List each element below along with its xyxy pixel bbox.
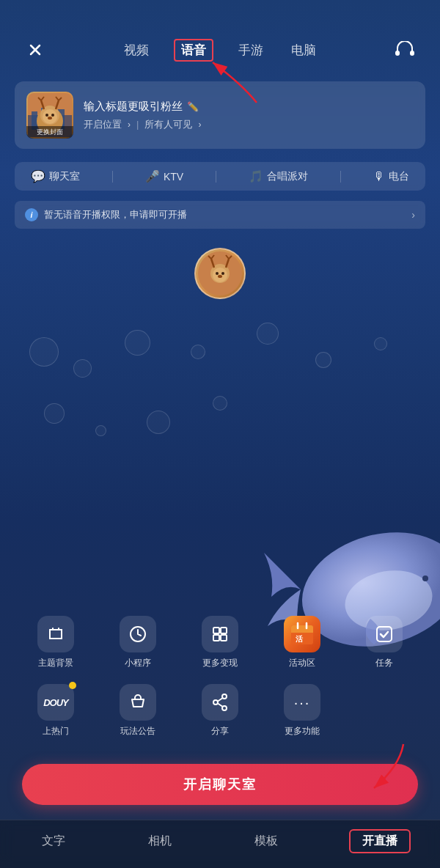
trending-icon-circle: DOUY	[37, 684, 74, 721]
profile-meta: 开启位置 › | 所有人可见 ›	[84, 118, 414, 131]
notice-bar[interactable]: i 暂无语音开播权限，申请即可开播 ›	[15, 201, 425, 229]
visibility-arrow: ›	[198, 119, 201, 130]
svg-point-23	[48, 117, 52, 119]
ktv-icon: 🎤	[145, 169, 160, 183]
theme-label: 主题背景	[38, 657, 73, 669]
trending-label: 上热门	[43, 725, 69, 738]
svg-point-33	[216, 272, 219, 275]
game-notice-icon-circle	[120, 684, 156, 721]
chorus-icon: 🎵	[249, 169, 263, 183]
profile-info: 输入标题更吸引粉丝 ✏️ 开启位置 › | 所有人可见 ›	[84, 100, 414, 131]
avatar-circle[interactable]	[194, 248, 246, 299]
svg-text:活: 活	[296, 635, 304, 643]
mini-program-label: 小程序	[125, 657, 151, 669]
bottom-tab-camera[interactable]: 相机	[136, 831, 183, 852]
icon-trending[interactable]: DOUY 上热门	[37, 684, 74, 738]
more-functions-icon-circle: ···	[284, 684, 320, 721]
close-icon	[26, 41, 44, 59]
edit-icon: ✏️	[187, 101, 199, 112]
game-notice-label: 玩法公告	[120, 725, 155, 738]
svg-rect-40	[221, 635, 227, 641]
avatar-label[interactable]: 更换封面	[26, 126, 73, 139]
sub-tab-ktv[interactable]: 🎤 KTV	[145, 169, 183, 183]
svg-rect-6	[410, 51, 414, 56]
headphone-button[interactable]	[392, 37, 418, 63]
svg-point-49	[213, 700, 218, 705]
divider-1	[112, 171, 113, 183]
svg-point-35	[218, 275, 222, 278]
icon-more-earn[interactable]: 更多变现	[202, 616, 238, 669]
sub-tab-chatroom[interactable]: 💬 聊天室	[31, 169, 80, 183]
activity-label: 活动区	[289, 657, 315, 669]
task-icon-circle	[366, 616, 403, 652]
icon-more-functions[interactable]: ··· 更多功能	[284, 684, 320, 738]
headphone-icon	[395, 41, 415, 59]
avatar-circle-area	[0, 248, 440, 299]
icon-row-1: 主题背景 小程序	[15, 616, 425, 669]
bottom-tab-text[interactable]: 文字	[30, 831, 77, 852]
svg-rect-38	[221, 628, 227, 633]
theme-icon-circle	[37, 616, 74, 652]
svg-rect-43	[291, 630, 313, 633]
tab-pc[interactable]: 电脑	[288, 40, 319, 60]
tab-mobile-game[interactable]: 手游	[235, 40, 266, 60]
mini-program-icon-circle	[120, 616, 156, 652]
sub-tabs: 💬 聊天室 🎤 KTV 🎵 合唱派对 🎙 电台	[15, 162, 425, 191]
profile-title[interactable]: 输入标题更吸引粉丝 ✏️	[84, 100, 414, 114]
tab-video[interactable]: 视频	[121, 40, 152, 60]
icon-grid: 主题背景 小程序	[0, 616, 440, 752]
bottom-tab-template[interactable]: 模板	[243, 831, 290, 852]
activity-icon-circle: 活	[284, 616, 320, 652]
bottom-tab-live[interactable]: 开直播	[349, 829, 411, 853]
chatroom-icon: 💬	[31, 169, 45, 183]
task-label: 任务	[375, 657, 393, 669]
icon-share[interactable]: 分享	[202, 684, 238, 738]
avatar-container[interactable]: 更换封面	[26, 92, 73, 139]
svg-rect-5	[395, 51, 400, 56]
svg-point-34	[221, 272, 224, 275]
svg-point-21	[45, 114, 48, 117]
notice-content: i 暂无语音开播权限，申请即可开播	[25, 208, 187, 221]
svg-rect-47	[377, 627, 392, 641]
icon-task[interactable]: 任务	[366, 616, 403, 669]
sub-tab-chorus[interactable]: 🎵 合唱派对	[249, 169, 308, 183]
info-icon: i	[25, 208, 38, 221]
location-arrow: ›	[128, 119, 131, 130]
icon-activity[interactable]: 活 活动区	[284, 616, 320, 669]
svg-rect-37	[213, 628, 219, 633]
svg-rect-39	[213, 635, 219, 641]
divider-3	[340, 171, 341, 183]
sub-tab-radio[interactable]: 🎙 电台	[373, 170, 409, 183]
trending-badge	[69, 682, 76, 689]
close-button[interactable]	[22, 37, 48, 63]
activity-icon-img: 活	[284, 616, 320, 652]
more-earn-label: 更多变现	[202, 657, 238, 669]
icon-row-2: DOUY 上热门 玩法公告	[15, 684, 425, 738]
svg-point-48	[222, 694, 227, 699]
share-icon-circle	[202, 684, 238, 721]
radio-icon: 🎙	[373, 170, 385, 183]
top-navigation: 视频 语音 手游 电脑	[0, 0, 440, 74]
notice-arrow-icon: ›	[411, 209, 415, 221]
share-label: 分享	[211, 725, 229, 738]
svg-point-50	[222, 706, 227, 710]
start-chat-button[interactable]: 开启聊天室	[22, 764, 418, 805]
more-functions-label: 更多功能	[285, 725, 320, 738]
divider-2	[216, 171, 216, 183]
icon-theme[interactable]: 主题背景	[37, 616, 74, 669]
profile-card: 更换封面 输入标题更吸引粉丝 ✏️ 开启位置 › | 所有人可见 ›	[15, 81, 425, 149]
icon-mini-program[interactable]: 小程序	[120, 616, 156, 669]
tab-voice[interactable]: 语音	[174, 39, 213, 62]
icon-game-notice[interactable]: 玩法公告	[120, 684, 156, 738]
svg-point-22	[51, 114, 54, 117]
bottom-bar: 文字 相机 模板 开直播	[0, 820, 440, 868]
nav-tabs: 视频 语音 手游 电脑	[121, 39, 319, 62]
more-earn-icon-circle	[202, 616, 238, 652]
start-chat-label: 开启聊天室	[183, 776, 257, 793]
